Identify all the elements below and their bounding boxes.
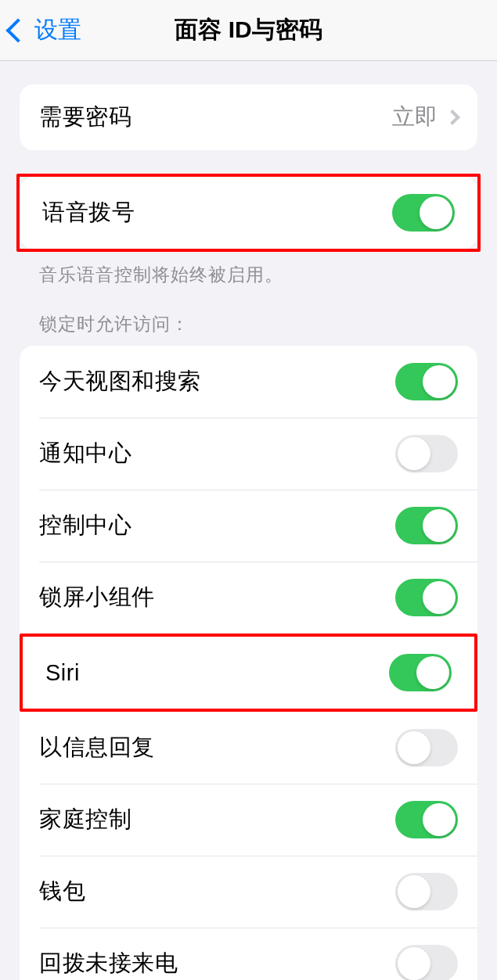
row-value: 立即: [392, 102, 438, 133]
lock-access-row: 通知中心: [20, 418, 477, 490]
passcode-group: 需要密码 立即: [20, 84, 477, 150]
toggle[interactable]: [389, 654, 452, 691]
toggle[interactable]: [395, 945, 458, 980]
lock-access-row: 钱包: [20, 856, 477, 928]
row-label: 回拨未接来电: [39, 948, 178, 979]
lock-access-row: 以信息回复: [20, 712, 477, 784]
require-passcode-row[interactable]: 需要密码 立即: [20, 84, 477, 150]
row-label: 钱包: [39, 876, 85, 907]
row-label: 锁屏小组件: [39, 582, 155, 613]
lock-access-row: 控制中心: [20, 490, 477, 562]
toggle[interactable]: [395, 579, 458, 616]
page-title: 面容 ID与密码: [175, 14, 322, 46]
voice-dial-row: 语音拨号: [20, 177, 477, 249]
toggle-knob: [398, 947, 430, 980]
toggle[interactable]: [395, 801, 458, 838]
toggle[interactable]: [395, 873, 458, 910]
row-label: 语音拨号: [42, 197, 135, 228]
row-label: 控制中心: [39, 510, 131, 541]
highlight-voice-dial: 语音拨号: [16, 174, 481, 252]
lock-access-group: 今天视图和搜索通知中心控制中心锁屏小组件Siri以信息回复家庭控制钱包回拨未接来…: [20, 346, 477, 980]
voice-dial-group: 语音拨号: [20, 177, 477, 249]
toggle[interactable]: [395, 363, 458, 400]
toggle-knob: [423, 581, 456, 614]
toggle[interactable]: [395, 507, 458, 544]
chevron-right-icon: [445, 109, 460, 125]
toggle-knob: [416, 656, 449, 689]
chevron-left-icon: [5, 18, 30, 42]
lock-access-row: 锁屏小组件: [20, 562, 477, 634]
toggle-knob: [423, 365, 456, 398]
back-button[interactable]: 设置: [0, 14, 81, 46]
toggle-knob: [398, 731, 430, 764]
lock-access-header: 锁定时允许访问：: [20, 287, 477, 343]
highlight-siri: Siri: [20, 634, 477, 712]
row-label: Siri: [45, 660, 80, 686]
voice-dial-toggle[interactable]: [392, 194, 455, 232]
toggle-knob: [398, 437, 430, 470]
back-label: 设置: [34, 14, 81, 46]
toggle-knob: [420, 196, 452, 229]
toggle[interactable]: [395, 729, 458, 766]
toggle[interactable]: [395, 435, 458, 472]
toggle-knob: [423, 803, 456, 836]
row-label: 今天视图和搜索: [39, 366, 201, 397]
row-label: 通知中心: [39, 438, 131, 469]
row-label: 需要密码: [39, 102, 131, 133]
lock-access-row: Siri: [23, 637, 474, 709]
row-label: 家庭控制: [39, 804, 131, 835]
voice-dial-footer: 音乐语音控制将始终被启用。: [20, 252, 477, 287]
toggle-knob: [423, 509, 456, 542]
lock-access-row: 回拨未接来电: [20, 928, 477, 980]
lock-access-row: 今天视图和搜索: [20, 346, 477, 418]
lock-access-row: 家庭控制: [20, 784, 477, 856]
nav-bar: 设置 面容 ID与密码: [0, 0, 497, 61]
toggle-knob: [398, 875, 430, 908]
row-label: 以信息回复: [39, 732, 155, 763]
